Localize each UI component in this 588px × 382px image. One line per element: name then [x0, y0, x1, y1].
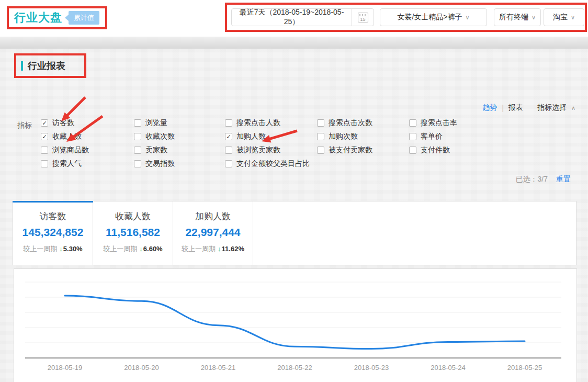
metric-checkbox-row[interactable]: 卖家数 [134, 143, 175, 157]
checkbox-unchecked-icon[interactable] [134, 133, 141, 140]
metric-checkbox-row[interactable]: 浏览量 [134, 116, 175, 130]
metric-checkbox-row[interactable]: 支付金额较父类目占比 [225, 157, 310, 171]
checkbox-checked-icon[interactable]: ✓ [41, 119, 48, 127]
change-percent: 5.30% [63, 245, 83, 253]
metrics-label: 指标 [17, 121, 32, 130]
metric-checkbox-label[interactable]: 加购次数 [329, 132, 358, 141]
metric-checkbox-label[interactable]: 被支付卖家数 [329, 145, 372, 155]
checkbox-unchecked-icon[interactable] [225, 119, 232, 127]
metric-checkbox-row[interactable]: ✓访客数 [41, 116, 89, 130]
cumulative-value-badge: 累计值 [69, 11, 99, 25]
metric-tab[interactable]: 收藏人数11,516,582较上一周期↓6.60% [93, 201, 173, 265]
change-percent: 11.62% [222, 245, 244, 253]
metric-checkbox-row[interactable]: 浏览商品数 [41, 143, 89, 157]
checkbox-unchecked-icon[interactable] [409, 133, 416, 140]
tab-report[interactable]: 报表 [508, 103, 523, 113]
metric-select-toggle[interactable]: 指标选择 [537, 103, 567, 113]
metric-checkbox-row[interactable]: ✓加购人数 [225, 130, 310, 143]
metric-tabstrip: 访客数145,324,852较上一周期↓5.30%收藏人数11,516,582较… [13, 201, 576, 265]
metric-checkbox-row[interactable]: 交易指数 [134, 157, 175, 171]
metric-checkbox-label[interactable]: 被浏览卖家数 [236, 145, 280, 155]
metric-tab[interactable]: 访客数145,324,852较上一周期↓5.30% [13, 201, 93, 265]
calendar-icon: 15 [358, 13, 368, 23]
x-axis-tick-label: 2018-05-21 [201, 364, 236, 372]
metric-checkbox-row[interactable]: 客单价 [409, 130, 457, 143]
metric-checkbox-label[interactable]: 交易指数 [145, 159, 175, 168]
platform-dropdown[interactable]: 淘宝 ∨ [544, 8, 584, 26]
metric-checkbox-row[interactable]: 搜索点击次数 [317, 116, 372, 130]
checkbox-unchecked-icon[interactable] [409, 119, 416, 127]
metric-tab-comparison: 较上一周期↓5.30% [13, 244, 93, 254]
metric-tab-title: 收藏人数 [93, 210, 173, 222]
chevron-down-icon: ∨ [532, 14, 536, 21]
checkbox-unchecked-icon[interactable] [41, 160, 48, 167]
category-dropdown[interactable]: 女装/女士精品>裤子 ∨ [380, 8, 487, 26]
checkbox-unchecked-icon[interactable] [41, 147, 48, 154]
metric-column: 浏览量收藏次数卖家数交易指数 [134, 116, 175, 171]
metric-checkbox-label[interactable]: 收藏次数 [145, 132, 175, 141]
page-title: 行业大盘 [14, 10, 62, 26]
metric-checkbox-label[interactable]: 搜索点击次数 [329, 118, 372, 128]
metric-checkbox-label[interactable]: 浏览量 [145, 118, 167, 128]
metric-tab-value: 11,516,582 [93, 226, 173, 239]
metric-checkbox-label[interactable]: 支付金额较父类目占比 [236, 159, 310, 168]
metric-checkbox-row[interactable]: 搜索点击人数 [225, 116, 310, 130]
metric-checkbox-label[interactable]: 支付件数 [421, 145, 450, 155]
terminal-value: 所有终端 [499, 13, 528, 22]
metric-checkbox-label[interactable]: 加购人数 [236, 132, 266, 141]
metric-checkbox-row[interactable]: ✓收藏人数 [41, 130, 89, 143]
metric-checkbox-label[interactable]: 客单价 [421, 132, 443, 141]
metric-checkbox-label[interactable]: 卖家数 [145, 145, 167, 155]
date-range-value: 最近7天（2018-05-19~2018-05-25） [232, 8, 352, 27]
selected-count: 已选：3/7 [516, 175, 548, 184]
metric-checkbox-label[interactable]: 访客数 [52, 118, 74, 128]
checkbox-unchecked-icon[interactable] [225, 147, 232, 154]
down-arrow-icon: ↓ [139, 245, 143, 253]
platform-value: 淘宝 [553, 13, 568, 22]
metric-tab[interactable]: 加购人数22,997,444较上一周期↓11.62% [173, 201, 253, 265]
reset-button[interactable]: 重置 [556, 175, 571, 184]
metric-checkbox-label[interactable]: 搜索人气 [52, 159, 82, 168]
trend-chart-panel: 2018-05-192018-05-202018-05-212018-05-22… [14, 268, 577, 382]
date-range-picker[interactable]: 最近7天（2018-05-19~2018-05-25） 15 [231, 8, 374, 26]
terminal-dropdown[interactable]: 所有终端 ∨ [494, 8, 541, 26]
metric-checkbox-label[interactable]: 搜索点击人数 [236, 118, 280, 128]
metric-tab-comparison: 较上一周期↓6.60% [93, 244, 173, 254]
metric-checkbox-label[interactable]: 浏览商品数 [52, 145, 89, 155]
metric-column: 搜索点击率客单价支付件数 [409, 116, 457, 157]
metric-checkbox-row[interactable]: 收藏次数 [134, 130, 175, 143]
highlight-box-section: 行业报表 [14, 53, 86, 78]
metric-checkbox-row[interactable]: 支付件数 [409, 143, 457, 157]
metric-tab-title: 加购人数 [173, 210, 253, 222]
metric-tab-title: 访客数 [13, 210, 93, 222]
checkbox-unchecked-icon[interactable] [134, 160, 141, 167]
tab-trend[interactable]: 趋势 [482, 103, 497, 113]
x-axis-tick-label: 2018-05-24 [431, 364, 466, 372]
checkbox-unchecked-icon[interactable] [317, 147, 324, 154]
metric-checkbox-row[interactable]: 被浏览卖家数 [225, 143, 310, 157]
metric-checkbox-row[interactable]: 被支付卖家数 [317, 143, 372, 157]
checkbox-unchecked-icon[interactable] [134, 147, 141, 154]
x-axis-tick-label: 2018-05-22 [277, 364, 312, 372]
highlight-box-filters: 最近7天（2018-05-19~2018-05-25） 15 女装/女士精品>裤… [225, 3, 587, 32]
checkbox-checked-icon[interactable]: ✓ [41, 133, 48, 140]
metric-checkbox-row[interactable]: 搜索点击率 [409, 116, 457, 130]
metric-checkbox-label[interactable]: 收藏人数 [52, 132, 82, 141]
metric-column: 搜索点击次数加购次数被支付卖家数 [317, 116, 372, 157]
down-arrow-icon: ↓ [59, 245, 63, 253]
metric-checkbox-row[interactable]: 加购次数 [317, 130, 372, 143]
checkbox-checked-icon[interactable]: ✓ [225, 133, 232, 140]
checkbox-unchecked-icon[interactable] [134, 119, 141, 127]
trend-line-series [65, 296, 525, 349]
x-axis-tick-label: 2018-05-25 [507, 364, 542, 372]
selection-summary: 已选：3/7 重置 [516, 175, 571, 184]
checkbox-unchecked-icon[interactable] [409, 147, 416, 154]
checkbox-unchecked-icon[interactable] [317, 133, 324, 140]
checkbox-unchecked-icon[interactable] [317, 119, 324, 127]
metric-column: 搜索点击人数✓加购人数被浏览卖家数支付金额较父类目占比 [225, 116, 310, 171]
metric-checkbox-row[interactable]: 搜索人气 [41, 157, 89, 171]
metric-checkbox-label[interactable]: 搜索点击率 [421, 118, 457, 128]
calendar-button[interactable]: 15 [352, 9, 374, 26]
checkbox-unchecked-icon[interactable] [225, 160, 232, 167]
down-arrow-icon: ↓ [218, 245, 221, 253]
